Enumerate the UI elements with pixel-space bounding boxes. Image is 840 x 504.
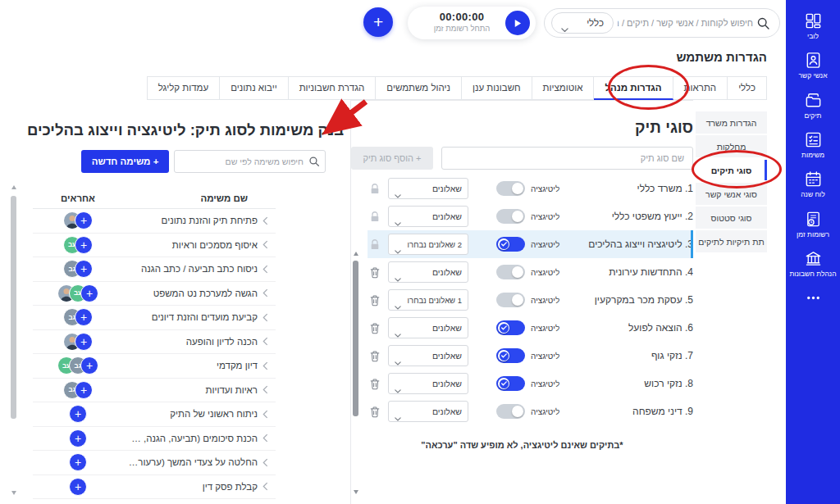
chevron-left-icon[interactable]	[262, 265, 276, 274]
chevron-left-icon[interactable]	[262, 288, 276, 297]
add-case-type-button[interactable]: + הוסף סוג תיק	[351, 147, 433, 170]
litigation-toggle[interactable]	[496, 404, 525, 419]
add-assignee-button[interactable]: +	[80, 356, 98, 375]
case-list-scrollbar[interactable]	[352, 252, 359, 494]
chevron-left-icon[interactable]	[262, 458, 276, 467]
questionnaire-dropdown[interactable]: שאלונים	[388, 178, 468, 199]
task-row[interactable]: קבלת פסק דין +	[33, 475, 276, 500]
tab-התראות[interactable]: התראות	[673, 76, 728, 100]
sidebar-item-calendar[interactable]: לוח שנה	[789, 165, 836, 204]
questionnaire-dropdown[interactable]: 1 שאלונים נבחרו	[388, 289, 468, 311]
litigation-toggle[interactable]	[496, 348, 525, 363]
add-assignee-button[interactable]: +	[75, 260, 93, 278]
settings-menu-item[interactable]: הגדרות משרד	[696, 111, 767, 134]
litigation-toggle[interactable]	[496, 209, 525, 224]
tab-הגדרת חשבוניות[interactable]: הגדרת חשבוניות	[288, 76, 377, 100]
case-type-row[interactable]: 2. ייעוץ משפטי כללי ליטיגציה שאלונים	[368, 202, 693, 230]
task-search-input[interactable]	[174, 150, 326, 173]
settings-menu-item[interactable]: סוגי תיקים	[696, 159, 767, 181]
litigation-toggle[interactable]	[496, 293, 525, 307]
task-row[interactable]: ניתוח ראשוני של התיק +	[33, 402, 276, 427]
settings-menu-item[interactable]: מחלקות	[696, 135, 767, 157]
trash-icon[interactable]	[368, 320, 381, 335]
add-assignee-button[interactable]: +	[80, 284, 98, 302]
tab-אוטומציות[interactable]: אוטומציות	[532, 76, 595, 100]
questionnaire-dropdown[interactable]: שאלונים	[388, 261, 468, 283]
questionnaire-dropdown[interactable]: שאלונים	[388, 401, 468, 422]
tab-active-הגדרות מנהל[interactable]: הגדרות מנהל	[593, 76, 673, 100]
global-search-input[interactable]	[618, 10, 753, 36]
scrollbar-thumb[interactable]	[353, 261, 358, 416]
add-assignee-button[interactable]: +	[75, 381, 93, 399]
questionnaire-dropdown[interactable]: שאלונים	[388, 373, 468, 394]
chevron-left-icon[interactable]	[262, 240, 276, 249]
task-list-scrollbar[interactable]	[10, 185, 17, 495]
sidebar-item-cases[interactable]: תיקים	[789, 86, 836, 125]
case-type-row[interactable]: 8. נזקי רכוש ליטיגציה שאלונים	[368, 370, 693, 397]
task-row[interactable]: פתיחת תיק והזנת נתונים +	[33, 209, 276, 234]
case-type-row[interactable]: 9. דיני משפחה ליטיגציה שאלונים	[368, 397, 693, 425]
case-type-row[interactable]: 3. ליטיגציה וייצוג בהליכים ליטיגציה 2 שא…	[368, 230, 693, 258]
litigation-toggle[interactable]	[496, 376, 525, 391]
trash-icon[interactable]	[368, 404, 381, 419]
tab-ייבוא נתונים[interactable]: ייבוא נתונים	[219, 76, 288, 100]
trash-icon[interactable]	[368, 293, 381, 307]
questionnaire-dropdown[interactable]: שאלונים	[388, 345, 468, 366]
case-type-row[interactable]: 4. התחדשות עירונית ליטיגציה שאלונים	[368, 258, 693, 286]
add-assignee-button[interactable]: +	[69, 453, 87, 471]
add-assignee-button[interactable]: +	[75, 211, 93, 229]
search-scope-dropdown[interactable]: כללי	[551, 12, 614, 34]
questionnaire-dropdown[interactable]: שאלונים	[388, 317, 468, 338]
tab-כללי[interactable]: כללי	[727, 76, 767, 100]
add-assignee-button[interactable]: +	[75, 236, 93, 254]
litigation-toggle[interactable]	[496, 265, 525, 279]
task-row[interactable]: החלטה על צעדי המשך (ערעור… +	[33, 451, 276, 475]
chevron-left-icon[interactable]	[262, 410, 276, 419]
task-row[interactable]: הגשה למערכת נט המשפט עב+	[33, 282, 276, 306]
scroll-down-icon[interactable]	[11, 491, 16, 495]
chevron-left-icon[interactable]	[262, 337, 276, 346]
task-row[interactable]: ראיות ועדויות גב+	[33, 379, 276, 403]
task-row[interactable]: דיון מקדמי עבגב+	[33, 354, 276, 379]
chevron-left-icon[interactable]	[262, 385, 276, 394]
sidebar-item-tasks[interactable]: משימות	[789, 125, 836, 165]
sidebar-item-lobby[interactable]: לובי	[789, 7, 836, 46]
litigation-toggle[interactable]	[496, 320, 525, 335]
task-row[interactable]: קביעת מועדים והזנת דיונים גב+	[33, 306, 276, 330]
task-row[interactable]: הכנת סיכומים (תביעה, הגנה, … +	[33, 427, 276, 452]
scroll-up-icon[interactable]	[354, 252, 358, 256]
add-assignee-button[interactable]: +	[75, 308, 93, 326]
sidebar-item-time-records[interactable]: רשומות זמן	[789, 205, 836, 244]
add-assignee-button[interactable]: +	[69, 429, 87, 447]
sidebar-item-more[interactable]	[789, 284, 836, 316]
sidebar-item-accounting[interactable]: הנהלת חשבונות	[789, 244, 836, 284]
scrollbar-thumb[interactable]	[11, 196, 16, 419]
chevron-left-icon[interactable]	[262, 482, 276, 491]
case-type-row[interactable]: 5. עסקת מכר במקרקעין ליטיגציה 1 שאלונים …	[368, 286, 693, 314]
add-assignee-button[interactable]: +	[69, 478, 87, 496]
new-task-button[interactable]: + משימה חדשה	[81, 150, 169, 173]
tab-ניהול משתמשים[interactable]: ניהול משתמשים	[375, 76, 462, 100]
litigation-toggle[interactable]	[496, 181, 525, 196]
chevron-left-icon[interactable]	[262, 216, 276, 225]
questionnaire-dropdown[interactable]: 2 שאלונים נבחרו	[388, 234, 468, 255]
task-row[interactable]: הכנה לדיון והופעה +	[33, 330, 276, 355]
settings-menu-item[interactable]: סוגי סטטוס	[696, 207, 767, 229]
trash-icon[interactable]	[368, 265, 381, 279]
scroll-up-icon[interactable]	[11, 185, 16, 189]
settings-menu-item[interactable]: סוגי אנשי קשר	[696, 183, 767, 205]
case-type-name-input[interactable]	[441, 147, 693, 170]
add-assignee-button[interactable]: +	[75, 333, 93, 351]
chevron-left-icon[interactable]	[262, 434, 276, 443]
sidebar-item-contacts[interactable]: אנשי קשר	[789, 46, 836, 85]
scroll-down-icon[interactable]	[354, 490, 358, 494]
case-type-row[interactable]: 1. משרד כללי ליטיגציה שאלונים	[368, 175, 693, 202]
add-assignee-button[interactable]: +	[69, 405, 87, 423]
case-type-row[interactable]: 6. הוצאה לפועל ליטיגציה שאלונים	[368, 314, 693, 342]
chevron-left-icon[interactable]	[262, 313, 276, 322]
trash-icon[interactable]	[368, 376, 381, 391]
trash-icon[interactable]	[368, 348, 381, 363]
questionnaire-dropdown[interactable]: שאלונים	[388, 206, 468, 227]
tab-חשבונות ענן[interactable]: חשבונות ענן	[461, 76, 532, 100]
task-row[interactable]: ניסוח כתב תביעה / כתב הגנה גב+	[33, 257, 276, 282]
